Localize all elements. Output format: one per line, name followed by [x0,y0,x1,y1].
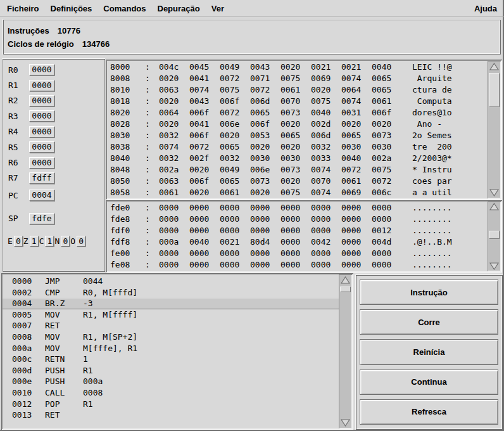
memory-word: 0000 [311,225,341,236]
menu-item-ver[interactable]: Ver [206,4,230,13]
register-value-button[interactable]: fdff [29,172,54,184]
instruction-address: 0000 [3,276,45,287]
register-value-button[interactable]: 0000 [29,141,54,153]
memory-row[interactable]: 8020:0064006f00720065007300400031006fdor… [107,107,488,119]
scrollbar-thumb[interactable] [489,231,500,239]
flag-value-button[interactable]: 0 [14,236,23,247]
memory-row[interactable]: 8000:004c0045004900430020002100210040LEI… [107,61,488,73]
memory-row[interactable]: 8050:0063006f006500730020007000610072coe… [107,176,488,187]
menu-item-definições[interactable]: Definições [45,4,98,13]
memory-word: 0061 [341,176,372,187]
flag-value-button[interactable]: 0 [77,236,85,247]
memory-row[interactable]: 8028:00200041006e006f0020002d00200020 An… [107,119,488,130]
scroll-down-button[interactable] [488,187,501,198]
memory-word: 0072 [372,176,402,187]
memory-word: 0020 [341,119,372,130]
register-value-button[interactable]: 0000 [29,126,54,138]
menu-item-ajuda[interactable]: Ajuda [467,4,504,13]
scroll-down-icon [489,262,499,270]
memory-code-scrollbar[interactable] [488,61,501,198]
memory-row[interactable]: 8048:002a00200049006e0073007400720075* I… [107,164,488,176]
register-row-r5: R50000 [2,139,105,155]
menu-item-ficheiro[interactable]: Ficheiro [1,4,45,13]
memory-code-panel: 8000:004c0045004900430020002100210040LEI… [106,60,502,200]
disassembly-row[interactable]: 0013RET [3,409,339,421]
memory-word: 0061 [280,84,311,96]
scroll-down-button[interactable] [488,261,501,271]
memory-word: 0000 [311,259,341,271]
scrollbar-thumb[interactable] [340,286,351,292]
flag-value-button[interactable]: 1 [45,236,54,247]
memory-separator: : [136,73,159,84]
memory-row[interactable]: fde0:00000000000000000000000000000000...… [107,202,488,214]
memory-row[interactable]: 8040:0032002f00320030003000330040002a2/2… [107,153,488,164]
scrollbar-thumb[interactable] [489,73,500,107]
disassembly-row[interactable]: 000ePUSH000a [3,376,339,387]
memory-row[interactable]: fe08:00000000000000000000000000000000...… [107,259,488,271]
status-row: Instruções10776 [8,24,501,37]
scroll-up-button[interactable] [488,61,501,72]
register-value-button[interactable]: 0000 [29,157,54,169]
memory-address: 8020 [107,107,136,119]
scroll-up-button[interactable] [339,274,352,286]
instrucao-button[interactable]: Instrução [360,280,498,305]
disassembly-row[interactable]: 0012POPR1 [3,399,339,410]
register-value-button[interactable]: 0004 [29,190,54,201]
register-value-button[interactable]: 0000 [29,110,54,122]
scroll-down-button[interactable] [339,417,352,428]
scroll-up-button[interactable] [488,202,501,212]
memory-word: 006f [372,107,402,119]
memory-row[interactable]: fde8:00000000000000000000000000000000...… [107,214,488,225]
instruction-operands: R1 [83,365,339,376]
memory-stack-list[interactable]: fde0:00000000000000000000000000000000...… [107,202,488,271]
memory-ascii: ........ [412,214,452,225]
memory-word: 0000 [189,214,220,225]
memory-row[interactable]: fe00:00000000000000000000000000000000...… [107,248,488,259]
scrollbar-track[interactable] [339,286,352,417]
memory-row[interactable]: fdf0:00000000000000000000000000000012...… [107,225,488,236]
menu-item-comandos[interactable]: Comandos [98,4,151,13]
register-value-button[interactable]: fdfe [29,213,54,224]
memory-row[interactable]: 8008:00200041007200710075006900740065 Ar… [107,73,488,84]
register-value-button[interactable]: 0000 [29,95,54,106]
reinicia-button[interactable]: Reinícia [360,339,498,364]
disassembly-row[interactable]: 000cRETN1 [3,354,339,365]
continua-button[interactable]: Continua [360,370,498,395]
disassembly-list[interactable]: 0000JMP00440002CMPR0, M[fffd]0004BR.Z-30… [3,274,339,428]
memory-row[interactable]: 8018:00200043006f006d0070007500740061 Co… [107,96,488,107]
disassembly-scrollbar[interactable] [339,274,352,428]
register-row-r7: R7fdff [2,170,105,186]
menu-item-depuração[interactable]: Depuração [152,4,206,13]
disassembly-row-selected[interactable]: 0004BR.Z-3 [3,298,339,309]
flag-value-button[interactable]: 0 [61,236,70,247]
register-value-button[interactable]: 0000 [29,80,54,91]
corre-button[interactable]: Corre [360,309,498,335]
memory-row[interactable]: 8058:0061002000610020007500740069006ca a… [107,187,488,198]
register-label: R4 [8,127,25,136]
memory-row[interactable]: 8010:00630074007500720061002000640065ctu… [107,84,488,96]
scrollbar-track[interactable] [488,212,501,261]
register-value-button[interactable]: 0000 [29,64,54,75]
disassembly-row[interactable]: 0000JMP0044 [3,276,339,287]
memory-word: 002a [372,153,402,164]
memory-address: 8048 [107,164,136,176]
refresca-button[interactable]: Refresca [360,399,498,425]
memory-word: 0030 [250,153,280,164]
memory-code-list[interactable]: 8000:004c0045004900430020002100210040LEI… [107,61,488,198]
register-list: R00000R10000R20000R30000R40000R50000R600… [2,62,105,226]
disassembly-row[interactable]: 0010CALL0008 [3,387,339,399]
memory-row[interactable]: fdf8:000a0040002180d4000000420000004d.@!… [107,236,488,248]
disassembly-row[interactable]: 000dPUSHR1 [3,365,339,376]
memory-stack-scrollbar[interactable] [488,202,501,271]
scrollbar-track[interactable] [488,72,501,187]
memory-row[interactable]: 8038:00740072006500200020003200300030tre… [107,141,488,153]
disassembly-row[interactable]: 0005MOVR1, M[ffff] [3,309,339,321]
disassembly-row[interactable]: 000aMOVM[fffe], R1 [3,343,339,354]
disassembly-row[interactable]: 0007RET [3,320,339,331]
flag-value-button[interactable]: 1 [30,236,39,247]
disassembly-row[interactable]: 0008MOVR1, M[SP+2] [3,331,339,343]
status-row: Ciclos de relógio134766 [8,37,501,51]
disassembly-row[interactable]: 0002CMPR0, M[fffd] [3,287,339,299]
memory-row[interactable]: 8030:0032006f002000530065006d006500732o … [107,130,488,141]
register-row-r3: R30000 [2,108,105,124]
